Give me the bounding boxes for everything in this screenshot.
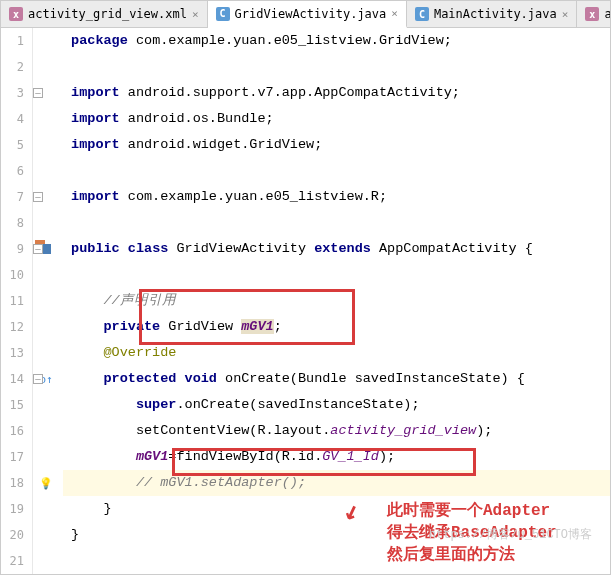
fold-icon[interactable]: – bbox=[33, 374, 43, 384]
tab-activity-grid-view-xml[interactable]: xactivity_grid_view.xml× bbox=[1, 1, 208, 27]
code-editor[interactable]: 123456789101112131415161718192021 – – – … bbox=[1, 28, 610, 575]
tab-activity-main-xml[interactable]: xactivity_main.xml× bbox=[577, 1, 611, 27]
java-icon: C bbox=[216, 7, 230, 21]
xml-icon: x bbox=[9, 7, 23, 21]
fold-icon[interactable]: – bbox=[33, 244, 43, 254]
editor-tabs: xactivity_grid_view.xml× CGridViewActivi… bbox=[1, 1, 610, 28]
bulb-icon[interactable]: 💡 bbox=[37, 474, 55, 492]
close-icon[interactable]: × bbox=[192, 8, 199, 21]
xml-icon: x bbox=[585, 7, 599, 21]
gutter-icons: – – – o↑ – 💡 bbox=[33, 28, 59, 575]
close-icon[interactable]: × bbox=[391, 7, 398, 20]
code-area[interactable]: package com.example.yuan.e05_listview.Gr… bbox=[59, 28, 610, 575]
close-icon[interactable]: × bbox=[562, 8, 569, 21]
tab-gridviewactivity-java[interactable]: CGridViewActivity.java× bbox=[208, 1, 407, 28]
line-gutter: 123456789101112131415161718192021 bbox=[1, 28, 33, 575]
tab-mainactivity-java[interactable]: CMainActivity.java× bbox=[407, 1, 577, 27]
fold-icon[interactable]: – bbox=[33, 192, 43, 202]
java-icon: C bbox=[415, 7, 429, 21]
fold-icon[interactable]: – bbox=[33, 88, 43, 98]
watermark: https://博客/u_51CTO博客 bbox=[429, 526, 592, 543]
